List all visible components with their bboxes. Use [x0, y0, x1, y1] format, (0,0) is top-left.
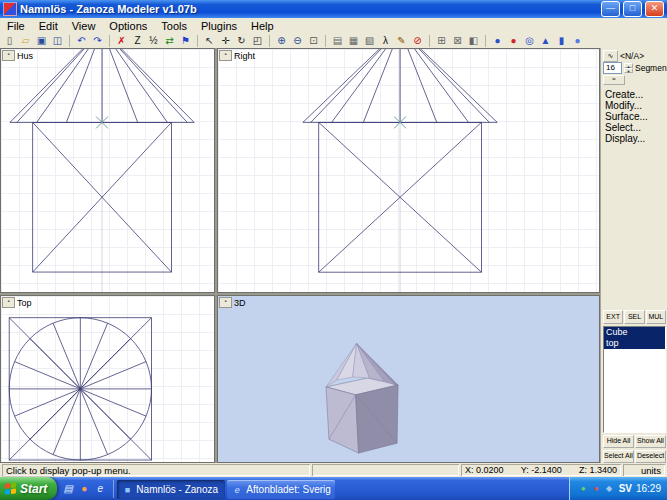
viewport-menu-icon[interactable]: ▪	[2, 50, 15, 61]
viewport-right[interactable]: ▪ Right	[217, 48, 600, 293]
app-icon	[3, 2, 17, 16]
rotate-icon[interactable]: ↻	[234, 34, 249, 47]
toolbar-separator	[325, 35, 326, 47]
ball-icon[interactable]: ●	[570, 34, 585, 47]
disable-icon[interactable]: ⊘	[410, 34, 425, 47]
toolbar-separator	[269, 35, 270, 47]
segments-spinner[interactable]: ▲ ▼	[624, 63, 633, 73]
close-button-icon[interactable]: ✕	[645, 1, 664, 17]
fit-view-icon[interactable]: ⊡	[306, 34, 321, 47]
snap-icon[interactable]: ⊠	[450, 34, 465, 47]
lambda-icon[interactable]: λ	[378, 34, 393, 47]
mode-button-sel[interactable]: SEL	[624, 310, 644, 324]
panel-menu-display[interactable]: Display...	[603, 133, 666, 144]
menu-item-file[interactable]: File	[0, 19, 32, 33]
grid-icon[interactable]: ⊞	[434, 34, 449, 47]
viewport-3d[interactable]: ▪ 3D	[217, 295, 600, 463]
clock[interactable]: 16:29	[636, 483, 661, 494]
segments-input[interactable]: 16	[603, 62, 622, 74]
half-icon[interactable]: ½	[146, 34, 161, 47]
panel-button-hide-all[interactable]: Hide All	[603, 435, 634, 448]
cone-icon[interactable]: ▲	[538, 34, 553, 47]
3d-view-canvas[interactable]	[218, 296, 599, 462]
viewport-menu-icon[interactable]: ▪	[2, 297, 15, 308]
zoom-out-icon[interactable]: ⊖	[290, 34, 305, 47]
flag-icon[interactable]: ⚑	[178, 34, 193, 47]
sphere-blue-icon[interactable]: ●	[490, 34, 505, 47]
zoom-in-icon[interactable]: ⊕	[274, 34, 289, 47]
smooth-icon[interactable]: ≈	[603, 75, 625, 85]
minimize-button-icon[interactable]: —	[601, 1, 620, 17]
wireframe-view-icon[interactable]: ▤	[330, 34, 345, 47]
panel-menu-surface[interactable]: Surface...	[603, 111, 666, 122]
sphere-red-icon[interactable]: ●	[506, 34, 521, 47]
faces-view-icon[interactable]: ▧	[362, 34, 377, 47]
panel-button-select-all[interactable]: Select All	[603, 450, 634, 463]
tray-icon-3[interactable]: ◆	[604, 483, 615, 494]
torus-icon[interactable]: ◎	[522, 34, 537, 47]
viewport-right-header: ▪ Right	[219, 50, 255, 61]
quicklaunch-desktop-icon[interactable]: ▤	[61, 482, 75, 496]
language-indicator[interactable]: SV	[619, 483, 632, 494]
start-button[interactable]: Start	[0, 477, 57, 500]
undo-icon[interactable]: ↶	[74, 34, 89, 47]
menu-item-edit[interactable]: Edit	[32, 19, 65, 33]
box-view-icon[interactable]: ◧	[466, 34, 481, 47]
front-view-canvas[interactable]	[1, 49, 214, 292]
viewport-front-header: ▪ Hus	[2, 50, 33, 61]
save-all-icon[interactable]: ◫	[50, 34, 65, 47]
menu-item-options[interactable]: Options	[102, 19, 154, 33]
current-value-label: <N/A>	[620, 51, 644, 61]
shaded-view-icon[interactable]: ▦	[346, 34, 361, 47]
select-icon[interactable]: ↖	[202, 34, 217, 47]
save-icon[interactable]: ▣	[34, 34, 49, 47]
top-view-canvas[interactable]	[1, 296, 214, 462]
edit-icon[interactable]: ✎	[394, 34, 409, 47]
delete-icon[interactable]: ✗	[114, 34, 129, 47]
tray-icon-2[interactable]: ●	[591, 483, 602, 494]
spin-down-icon[interactable]: ▼	[624, 68, 633, 73]
quicklaunch-ie-icon[interactable]: e	[93, 482, 107, 496]
object-list-item-top[interactable]: top	[604, 338, 665, 349]
open-folder-icon[interactable]: ▱	[18, 34, 33, 47]
menu-item-view[interactable]: View	[65, 19, 103, 33]
quicklaunch-media-icon[interactable]: ●	[77, 482, 91, 496]
viewport-top[interactable]: ▪ Top	[0, 295, 215, 463]
panel-button-show-all[interactable]: Show All	[635, 435, 666, 448]
taskbar-windows: ■ Namnlös - Zanoza Mo... e Aftonbladet: …	[116, 478, 336, 499]
viewport-area: ▪ Hus	[0, 48, 667, 463]
panel-menu-select[interactable]: Select...	[603, 122, 666, 133]
mode-button-ext[interactable]: EXT	[603, 310, 623, 324]
object-list-item-cube[interactable]: Cube	[604, 327, 665, 338]
cylinder-icon[interactable]: ▮	[554, 34, 569, 47]
viewport-front[interactable]: ▪ Hus	[0, 48, 215, 293]
tray-icon-1[interactable]: ●	[578, 483, 589, 494]
mirror-icon[interactable]: ⇄	[162, 34, 177, 47]
scale-icon[interactable]: ◰	[250, 34, 265, 47]
menu-item-tools[interactable]: Tools	[154, 19, 194, 33]
axis-z-icon[interactable]: Z	[130, 34, 145, 47]
panel-menu-modify[interactable]: Modify...	[603, 100, 666, 111]
toolbar-separator	[429, 35, 430, 47]
wave-icon[interactable]: ∿	[603, 50, 618, 62]
titlebar: Namnlös - Zanoza Modeler v1.07b — □ ✕	[0, 0, 667, 18]
redo-icon[interactable]: ↷	[90, 34, 105, 47]
taskbar-window-button-aftonbladet-sverige[interactable]: e Aftonbladet: Sverige...	[227, 480, 335, 499]
object-list[interactable]: Cubetop	[603, 326, 666, 433]
move-icon[interactable]: ✛	[218, 34, 233, 47]
viewport-menu-icon[interactable]: ▪	[219, 50, 232, 61]
right-view-canvas[interactable]	[218, 49, 599, 292]
new-file-icon[interactable]: ▯	[2, 34, 17, 47]
menu-item-help[interactable]: Help	[244, 19, 281, 33]
menu-item-plugins[interactable]: Plugins	[194, 19, 244, 33]
mode-button-mul[interactable]: MUL	[646, 310, 666, 324]
quick-launch: ▤●e	[57, 482, 111, 496]
taskbar-window-button-namnl-s-zanoza-mo[interactable]: ■ Namnlös - Zanoza Mo...	[117, 480, 225, 499]
panel-menu-create[interactable]: Create...	[603, 89, 666, 100]
status-coordinates: X: 0.0200 Y: -2.1400 Z: 1.3400	[461, 464, 621, 476]
viewport-right-label: Right	[234, 51, 255, 61]
panel-button-deselect[interactable]: Deselect	[635, 450, 666, 463]
coord-z: Z: 1.3400	[579, 465, 617, 475]
viewport-menu-icon[interactable]: ▪	[219, 297, 232, 308]
maximize-button-icon[interactable]: □	[623, 1, 642, 17]
